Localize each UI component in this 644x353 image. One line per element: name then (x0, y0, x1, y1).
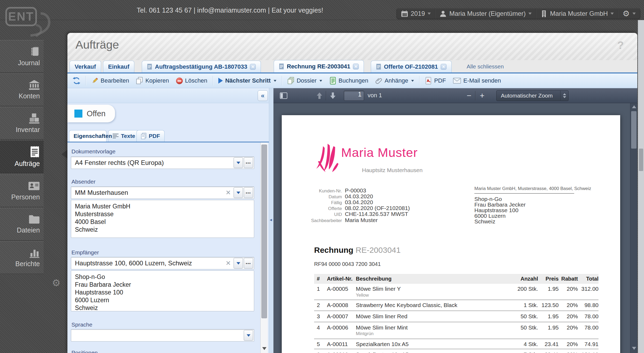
collapse-panel-button[interactable]: « (258, 90, 268, 101)
zoom-in-button[interactable]: + (477, 90, 487, 101)
tab-label: Eigenschaften (74, 133, 112, 139)
next-page-button[interactable] (328, 91, 338, 100)
help-icon[interactable]: ? (617, 39, 624, 51)
company-selector[interactable]: Maria Muster GmbH (536, 9, 618, 19)
sidebar-item-berichte[interactable]: Berichte (0, 241, 44, 274)
button-label: Bearbeiten (101, 77, 129, 84)
dropdown-button[interactable] (234, 187, 243, 198)
sidebar-item-auftraege[interactable]: Aufträge (0, 140, 44, 173)
scrollbar-thumb[interactable] (639, 149, 643, 171)
browse-button[interactable]: ••• (244, 187, 253, 198)
tab-pdf[interactable]: PDF (136, 130, 165, 142)
panel-top-strip: « (67, 88, 269, 103)
tab-offerte[interactable]: Offerte OF-2102081 ✕ (371, 61, 452, 72)
tab-verkauf[interactable]: Verkauf (70, 61, 101, 72)
dropdown-button[interactable] (244, 330, 253, 341)
close-icon[interactable]: ✕ (250, 64, 256, 70)
close-icon[interactable]: ✕ (353, 64, 359, 69)
sidebar-item-label: Journal (18, 59, 40, 67)
sidebar-item-journal[interactable]: Journal (0, 40, 44, 73)
zoom-out-button[interactable]: − (464, 90, 474, 101)
settings-menu[interactable]: ⚙ (618, 9, 640, 19)
toolbar-separator (86, 76, 86, 86)
field-value: A4 Fenster rechts (QR Europa) (71, 159, 234, 166)
sidebar-gear-icon[interactable]: ⚙ (52, 277, 60, 289)
clear-icon[interactable]: ✕ (226, 189, 231, 196)
sidebar-item-personen[interactable]: Personen (0, 174, 44, 207)
invoice-table-header: # Artikel-Nr. Beschreibung Anzahl Preis … (314, 274, 599, 284)
meta-value: P-00003 (345, 187, 366, 194)
sprache-field[interactable] (71, 329, 254, 342)
delete-button[interactable]: Löschen (173, 76, 210, 85)
attachments-button[interactable]: Anhänge (373, 76, 417, 85)
meta-value: 04.03.2020 (345, 193, 373, 200)
close-icon[interactable]: ✕ (441, 64, 447, 70)
absender-label: Absender (71, 179, 96, 185)
year-selector[interactable]: 2019 (397, 9, 435, 19)
previous-page-button[interactable] (314, 91, 324, 100)
sender-underline (474, 193, 574, 194)
tab-texte[interactable]: Texte (108, 130, 140, 142)
meta-value: Maria Muster (345, 217, 378, 223)
pdf-button[interactable]: PDF (422, 76, 449, 86)
edit-button[interactable]: Bearbeiten (89, 76, 132, 85)
sidebar-item-konten[interactable]: Konten (0, 73, 44, 106)
dropdown-button[interactable] (234, 258, 243, 269)
sidebar: Journal Konten Inventar Aufträge Persone… (0, 20, 44, 353)
tab-auftragsbestaetigung[interactable]: Auftragsbestätigung AB-1807033 ✕ (142, 61, 261, 72)
dokumentvorlage-field[interactable]: A4 Fenster rechts (QR Europa) ••• (71, 157, 254, 169)
absender-field[interactable]: MM Musterhausen ✕ ••• (71, 187, 254, 199)
user-selector[interactable]: Maria Muster (Eigentümer) (435, 9, 536, 19)
selected-item-pointer (62, 150, 67, 159)
meta-label: Sachbearbeiter (282, 218, 342, 223)
toggle-sidebar-button[interactable] (278, 91, 289, 100)
empfaenger-field[interactable]: Hauptstrasse 100, 6000 Luzern, Schweiz ✕… (71, 257, 254, 269)
browse-button[interactable]: ••• (244, 258, 253, 269)
col-header: Beschreibung (356, 276, 513, 282)
meta-label: Kunden-Nr. (282, 188, 342, 194)
meta-label: UID (282, 212, 342, 217)
sidebar-item-dateien[interactable]: Dateien (0, 208, 44, 240)
tab-label: Offerte OF-2102081 (384, 63, 438, 70)
page-count-label: von 1 (368, 92, 382, 99)
sidebar-item-label: Konten (19, 92, 40, 100)
tab-eigenschaften[interactable]: Eigenschaften (69, 130, 106, 142)
tab-label: Auftragsbestätigung AB-1807033 (155, 63, 247, 70)
dossier-button[interactable]: Dossier (285, 76, 325, 86)
scrollbar-thumb[interactable] (261, 145, 267, 318)
window-scrollbar[interactable] (638, 20, 644, 353)
clear-icon[interactable]: ✕ (226, 259, 231, 267)
scroll-up-icon[interactable] (632, 105, 636, 108)
absender-address-textarea[interactable]: Maria Muster GmbH Musterstrasse 4000 Bas… (71, 200, 254, 238)
tab-einkauf[interactable]: Einkauf (103, 61, 134, 72)
panel-splitter[interactable]: ◂ (269, 88, 273, 353)
bookings-button[interactable]: Buchungen (326, 76, 371, 86)
pdf-viewer: 1 von 1 − + Automatischer Zoom (273, 88, 637, 353)
splitter-grip-icon[interactable]: ◂ (270, 217, 272, 223)
close-all-tabs-link[interactable]: Alle schliessen (467, 63, 504, 70)
folder-icon (29, 215, 40, 224)
pdf-page: Maria Muster Hauptsitz Musterhausen Kund… (282, 115, 620, 353)
meta-label: Offerte (282, 206, 342, 211)
zoom-level-select[interactable]: Automatischer Zoom (496, 90, 569, 101)
dropdown-button[interactable] (234, 157, 243, 168)
scrollbar-thumb[interactable] (631, 111, 637, 149)
browse-button[interactable]: ••• (244, 157, 253, 168)
sidebar-item-inventar[interactable]: Inventar (0, 107, 44, 139)
page-number-input[interactable]: 1 (344, 91, 364, 101)
scroll-down-icon[interactable] (262, 347, 266, 350)
scroll-down-icon[interactable] (632, 347, 636, 350)
empfaenger-address-textarea[interactable]: Shop-n-Go Frau Barbara Jecker Hauptstras… (71, 270, 254, 311)
form-scrollbar[interactable] (260, 142, 268, 353)
main-panel: Aufträge ? Verkauf Einkauf Auftragsbestä… (67, 33, 637, 353)
pdf-scrollbar[interactable] (630, 103, 637, 353)
company-label: Maria Muster GmbH (550, 10, 608, 17)
tab-rechnung[interactable]: Rechnung RE-2003041 ✕ (274, 60, 364, 72)
table-row: 3A-00007Möwe Slim liner Red 50 Stk.1.952… (314, 313, 599, 320)
copy-button[interactable]: Kopieren (133, 76, 172, 86)
refresh-button[interactable] (70, 76, 83, 86)
col-header: Rabatt (559, 276, 578, 282)
send-email-button[interactable]: E-Mail senden (450, 76, 504, 85)
sidebar-item-label: Berichte (15, 260, 40, 268)
next-step-button[interactable]: Nächster Schritt (216, 76, 279, 85)
